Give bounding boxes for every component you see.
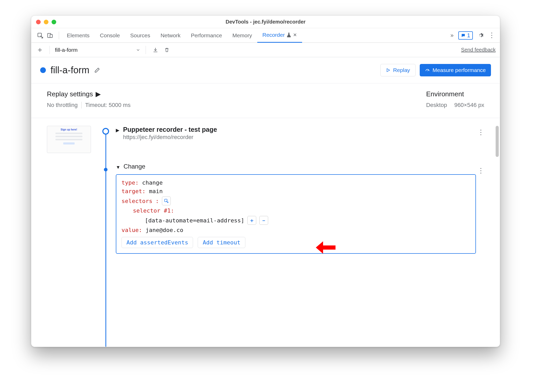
- selector-value[interactable]: [data-automate=email-address]: [145, 217, 244, 224]
- tab-performance[interactable]: Performance: [186, 28, 227, 43]
- recording-dot-icon: [40, 67, 46, 73]
- step-start-title: Puppeteer recorder - test page: [123, 126, 217, 133]
- key-selectors: selectors: [122, 198, 152, 204]
- steps-area: Sign up here! ⋮ ⋮ ▶ Puppeteer recorder -…: [31, 118, 500, 347]
- play-icon: [386, 68, 390, 72]
- replay-button[interactable]: Replay: [380, 64, 415, 76]
- step-start-header[interactable]: ▶ Puppeteer recorder - test page https:/…: [116, 126, 495, 141]
- settings-row: Replay settings ▶ No throttling Timeout:…: [31, 83, 500, 118]
- add-timeout-button[interactable]: Add timeout: [198, 237, 245, 248]
- rename-icon[interactable]: [94, 67, 100, 73]
- environment-viewport: 960×546 px: [454, 102, 484, 108]
- step-start-url: https://jec.fyi/demo/recorder: [123, 134, 217, 141]
- window-title: DevTools - jec.fyi/demo/recorder: [31, 19, 500, 25]
- timeline-node-start: [102, 128, 109, 135]
- svg-rect-2: [50, 34, 52, 38]
- device-toolbar-icon[interactable]: [47, 32, 53, 39]
- chat-icon: [461, 33, 466, 38]
- recording-select[interactable]: fill-a-form: [55, 47, 140, 53]
- throttling-value: No throttling: [47, 102, 78, 108]
- timeline-line: [105, 131, 106, 347]
- export-button[interactable]: [151, 46, 160, 54]
- timeline-node-change: [104, 168, 108, 171]
- close-tab-icon[interactable]: ✕: [293, 32, 297, 38]
- add-selector-button[interactable]: ＋: [247, 216, 256, 225]
- devtools-tabstrip: Elements Console Sources Network Perform…: [31, 28, 500, 43]
- selector-picker-button[interactable]: [162, 197, 171, 205]
- chevron-right-icon: ▶: [116, 127, 119, 133]
- val-type[interactable]: change: [142, 179, 162, 186]
- replay-settings-heading[interactable]: Replay settings ▶: [47, 90, 131, 98]
- val-value[interactable]: jane@doe.co: [146, 227, 183, 233]
- tab-elements[interactable]: Elements: [62, 28, 95, 43]
- tab-recorder[interactable]: Recorder ✕: [257, 28, 302, 43]
- key-target: target: [122, 188, 142, 194]
- remove-selector-button[interactable]: －: [259, 216, 268, 225]
- issues-badge[interactable]: 1: [458, 31, 473, 40]
- tab-console[interactable]: Console: [95, 28, 125, 43]
- chevron-down-icon: ▼: [116, 165, 120, 170]
- tab-network[interactable]: Network: [155, 28, 186, 43]
- measure-label: Measure performance: [433, 67, 486, 73]
- add-asserted-events-button[interactable]: Add assertedEvents: [122, 237, 193, 248]
- chevron-down-icon: [136, 48, 140, 52]
- key-value: value: [122, 227, 139, 233]
- recording-title: fill-a-form: [51, 65, 89, 76]
- gear-icon[interactable]: [477, 32, 484, 39]
- window-titlebar: DevTools - jec.fyi/demo/recorder: [31, 16, 500, 28]
- selector-index-label: selector #1: [133, 207, 171, 214]
- inspect-icon[interactable]: [37, 32, 43, 39]
- val-target[interactable]: main: [149, 188, 163, 194]
- devtools-menu-icon[interactable]: ⋮: [488, 31, 495, 39]
- step-change-editor: type: change target: main selectors: sel…: [116, 174, 476, 254]
- scrollbar[interactable]: [496, 126, 499, 157]
- chevron-right-icon: ▶: [96, 90, 101, 98]
- environment-device: Desktop: [426, 102, 447, 108]
- step-menu-icon[interactable]: ⋮: [477, 167, 484, 175]
- more-tabs-icon[interactable]: »: [451, 32, 454, 39]
- tab-sources[interactable]: Sources: [125, 28, 155, 43]
- key-type: type: [122, 179, 135, 186]
- tab-memory[interactable]: Memory: [227, 28, 257, 43]
- new-recording-button[interactable]: [35, 46, 44, 54]
- replay-label: Replay: [393, 67, 410, 73]
- gauge-icon: [425, 68, 430, 73]
- step-change-header[interactable]: ▼ Change: [116, 163, 495, 170]
- measure-performance-button[interactable]: Measure performance: [420, 64, 491, 76]
- environment-heading: Environment: [426, 90, 484, 98]
- step-menu-icon[interactable]: ⋮: [477, 128, 484, 136]
- recording-select-label: fill-a-form: [55, 47, 78, 53]
- step-thumbnail[interactable]: Sign up here!: [47, 126, 91, 153]
- delete-button[interactable]: [162, 46, 171, 54]
- flask-icon: [287, 33, 291, 37]
- send-feedback-link[interactable]: Send feedback: [461, 47, 496, 53]
- timeout-value: Timeout: 5000 ms: [85, 102, 131, 108]
- issues-count: 1: [467, 32, 470, 39]
- recording-header: fill-a-form Replay Measure performance: [31, 57, 500, 83]
- step-change-title: Change: [124, 163, 145, 170]
- recorder-toolbar: fill-a-form Send feedback: [31, 43, 500, 57]
